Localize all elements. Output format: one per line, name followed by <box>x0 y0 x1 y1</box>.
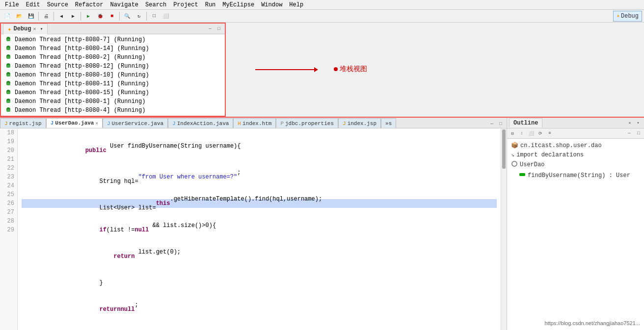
toolbar-perspective[interactable]: □ <box>149 11 160 22</box>
tab-index-htm[interactable]: H index.htm <box>233 118 276 128</box>
thread-icon-6 <box>5 89 12 96</box>
outline-collapse-btn[interactable]: ⊟ <box>508 129 517 138</box>
outline-item-class[interactable]: UserDao <box>507 159 644 170</box>
code-content[interactable]: public User findByUsername(String userna… <box>18 128 501 330</box>
tab-indexaction-java[interactable]: J IndexAction.java <box>168 118 233 128</box>
outline-tab-bar: Outline ✕ ▾ <box>507 118 644 128</box>
tab-regist-jsp[interactable]: J regist.jsp <box>0 118 46 128</box>
svg-point-19 <box>512 162 516 166</box>
tab-jdbc-props[interactable]: P jdbc.properties <box>276 118 338 128</box>
svg-rect-5 <box>6 56 10 59</box>
debug-minimize-btn[interactable]: — <box>206 25 214 33</box>
toolbar-run[interactable]: ▶ <box>83 11 94 22</box>
menu-navigate[interactable]: Navigate <box>107 1 141 9</box>
thread-icon-4 <box>5 72 12 78</box>
editor-tab-controls: — □ <box>488 120 507 128</box>
thread-icon-1 <box>5 45 12 52</box>
outline-min-btn[interactable]: — <box>625 129 634 138</box>
outline-sync-btn[interactable]: ⟳ <box>536 129 545 138</box>
toolbar-new[interactable]: 📄 <box>2 11 13 22</box>
editor-min-btn[interactable]: — <box>488 120 496 128</box>
thread-item-7[interactable]: Daemon Thread [http-8080-1] (Running) <box>1 97 225 106</box>
thread-icon-7 <box>5 98 12 105</box>
tab-userservice-java[interactable]: J UserService.java <box>103 118 168 128</box>
line-num-23: 23 <box>3 173 14 181</box>
method-icon <box>519 171 526 180</box>
outline-item-package[interactable]: 📦 cn.itcast.shop.user.dao <box>507 141 644 150</box>
toolbar-print[interactable]: 🖨 <box>41 11 52 22</box>
stack-view-arrow <box>255 67 318 72</box>
toolbar-back[interactable]: ◀ <box>56 11 67 22</box>
thread-item-3[interactable]: Daemon Thread [http-8080-12] (Running) <box>1 62 225 71</box>
toolbar-refresh[interactable]: ↻ <box>134 11 144 22</box>
outline-arrow-btn[interactable]: ▾ <box>634 119 642 127</box>
line-num-26: 26 <box>3 199 14 208</box>
svg-rect-17 <box>6 109 10 112</box>
toolbar-debug[interactable]: 🐞 <box>95 11 106 22</box>
top-right-area: 堆栈视图 <box>226 23 644 117</box>
toolbar-save[interactable]: 💾 <box>26 11 36 22</box>
menu-refactor[interactable]: Refactor <box>72 1 107 9</box>
main-toolbar: 📄 📂 💾 🖨 ◀ ▶ ▶ 🐞 ■ 🔍 ↻ □ ⬜ ✦ Debug <box>0 10 644 23</box>
tab-label-userservice: UserService.java <box>111 121 163 127</box>
thread-item-4[interactable]: Daemon Thread [http-8080-10] (Running) <box>1 71 225 79</box>
toolbar-open[interactable]: 📂 <box>14 11 25 22</box>
menu-file[interactable]: File <box>2 1 22 9</box>
editor-max-btn[interactable]: □ <box>497 120 505 128</box>
menu-search[interactable]: Search <box>142 1 169 9</box>
outline-filter-btn[interactable]: ≡ <box>545 129 554 138</box>
toolbar-sep-4 <box>119 12 120 21</box>
thread-label-8: Daemon Thread [http-8080-4] (Running) <box>15 107 145 114</box>
tab-close-userdao[interactable]: ✕ <box>95 121 98 126</box>
menu-help[interactable]: Help <box>286 1 306 9</box>
thread-item-5[interactable]: Daemon Thread [http-8080-11] (Running) <box>1 79 225 88</box>
outline-close-btn[interactable]: ✕ <box>626 119 634 127</box>
toolbar-maximize[interactable]: ⬜ <box>161 11 171 22</box>
outline-item-import[interactable]: ↘ import declarations <box>507 150 644 159</box>
line-num-19: 19 <box>3 137 14 146</box>
toolbar-stop[interactable]: ■ <box>107 11 117 22</box>
menu-project[interactable]: Project <box>170 1 201 9</box>
tab-userdao-java[interactable]: J UserDao.java ✕ <box>46 118 103 128</box>
debug-maximize-btn[interactable]: □ <box>215 25 223 33</box>
debug-tab-close[interactable]: ✕ <box>33 26 36 32</box>
outline-label-method: findByUsername(String) : User <box>528 172 630 179</box>
tab-index-jsp[interactable]: J index.jsp <box>338 118 381 128</box>
thread-item-6[interactable]: Daemon Thread [http-8080-15] (Running) <box>1 88 225 97</box>
tab-overflow[interactable]: »s <box>381 118 396 128</box>
outline-label-package: cn.itcast.shop.user.dao <box>520 142 602 149</box>
editor-area: J regist.jsp J UserDao.java ✕ J UserServ… <box>0 118 644 330</box>
thread-item-1[interactable]: Daemon Thread [http-8080-14] (Running) <box>1 44 225 53</box>
tab-label-userdao: UserDao.java <box>55 120 94 126</box>
menu-edit[interactable]: Edit <box>23 1 43 9</box>
outline-max-btn[interactable]: □ <box>634 129 643 138</box>
thread-label-4: Daemon Thread [http-8080-10] (Running) <box>15 72 149 78</box>
tab-icon-regist: J <box>4 121 8 127</box>
svg-rect-13 <box>6 92 10 94</box>
toolbar-debug-label[interactable]: ✦ Debug <box>613 11 642 22</box>
toolbar-search[interactable]: 🔍 <box>122 11 133 22</box>
outline-hide-btn[interactable]: ⬜ <box>527 129 536 138</box>
debug-tab[interactable]: ✦ Debug ✕ ▾ <box>3 24 48 34</box>
menu-source[interactable]: Source <box>44 1 71 9</box>
menu-run[interactable]: Run <box>202 1 219 9</box>
scrollbar-thumb[interactable] <box>502 129 506 169</box>
debug-panel-tabs: ✦ Debug ✕ ▾ <box>3 24 206 34</box>
menu-myeclipse[interactable]: MyEclipse <box>219 1 257 9</box>
outline-item-method[interactable]: findByUsername(String) : User <box>507 170 644 181</box>
thread-item-8[interactable]: Daemon Thread [http-8080-4] (Running) <box>1 106 225 115</box>
outline-tab[interactable]: Outline <box>509 118 542 127</box>
menu-window[interactable]: Window <box>258 1 285 9</box>
editor-scrollbar[interactable] <box>501 128 507 330</box>
line-num-29: 29 <box>3 226 14 234</box>
outline-sort-btn[interactable]: ↕ <box>517 129 526 138</box>
thread-item-2[interactable]: Daemon Thread [http-8080-2] (Running) <box>1 53 225 62</box>
code-editor[interactable]: 18 19 20 21 22 23 24 25 26 27 28 29 <box>0 128 507 330</box>
line-num-21: 21 <box>3 155 14 164</box>
debug-tab-arrow[interactable]: ▾ <box>40 26 43 32</box>
outline-label-class: UserDao <box>520 161 544 168</box>
toolbar-forward[interactable]: ▶ <box>68 11 79 22</box>
tab-label-indexaction: IndexAction.java <box>177 121 229 127</box>
thread-item-0[interactable]: Daemon Thread [http-8080-7] (Running) <box>1 35 225 44</box>
import-icon: ↘ <box>511 151 514 158</box>
